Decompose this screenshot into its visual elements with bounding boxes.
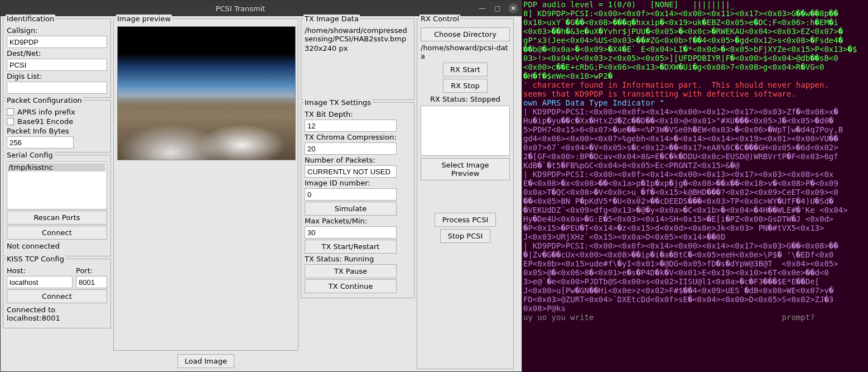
stop-pcsi-button[interactable]: Stop PCSI [440,229,490,243]
serial-status: Not connected [7,242,107,250]
tx-settings-legend: Image TX Settings [303,98,372,107]
base91-label: Base91 Encode [17,117,73,126]
rx-status: RX Status: Stopped [421,95,510,103]
packet-config-legend: Packet Configuration [6,96,83,104]
image-preview-legend: Image preview [116,15,172,23]
image-preview-group: Image preview [113,18,298,351]
imageid-label: Image ID number: [305,179,411,187]
serial-config-group: Serial Config /tmp/kisstnc Rescan Ports … [3,155,111,256]
kiss-config-legend: KISS TCP Config [6,255,65,263]
titlebar: PCSI Transmit — ▢ ✕ [1,1,522,16]
rescan-ports-button[interactable]: Rescan Ports [7,211,107,225]
serial-port-listbox[interactable]: /tmp/kisstnc [7,161,107,209]
rx-stop-button[interactable]: RX Stop [443,79,488,93]
bitdepth-label: TX Bit Depth: [305,110,411,118]
rx-directory: /home/showard/pcsi-data [421,44,510,60]
pcsi-transmit-window: PCSI Transmit — ▢ ✕ Identification Calls… [0,0,522,372]
dest-label: Dest/Net: [7,49,107,58]
base91-checkbox[interactable] [7,118,14,125]
image-preview [117,26,296,160]
rx-start-button[interactable]: RX Start [443,63,488,77]
npackets-label: Number of Packets: [305,156,411,164]
callsign-label: Callsign: [7,26,107,35]
tx-start-button[interactable]: TX Start/Restart [305,240,397,254]
tx-status: TX Status: Running [305,255,411,263]
serial-connect-button[interactable]: Connect [7,226,107,240]
identification-group: Identification Callsign: Dest/Net: Digis… [3,18,111,98]
digis-input[interactable] [7,82,107,94]
choose-directory-button[interactable]: Choose Directory [421,27,510,41]
client-area: Identification Callsign: Dest/Net: Digis… [1,16,522,371]
kiss-host-label: Host: [7,266,73,275]
simulate-button[interactable]: Simulate [305,202,397,216]
tx-image-path: /home/showard/compressedsensing/PCSI/HAB… [305,26,411,43]
tx-image-data-group: TX Image Data /home/showard/compressedse… [301,18,414,100]
maximize-icon[interactable]: ▢ [493,3,503,13]
tx-image-dims: 320x240 px [305,44,411,53]
terminal-output: PDP audio level = 1(0/0) [NONE] ||||||||… [522,0,868,372]
serial-config-legend: Serial Config [6,151,54,159]
window-title: PCSI Transmit [4,4,477,13]
bitdepth-input[interactable] [305,120,397,132]
rx-control-legend: RX Control [419,15,460,23]
packet-config-group: Packet Configuration APRS info prefix Ba… [3,100,111,152]
tx-image-data-legend: TX Image Data [303,15,360,23]
identification-legend: Identification [6,15,55,23]
kiss-port-label: Port: [76,266,107,275]
process-pcsi-button[interactable]: Process PCSI [435,213,496,227]
chroma-input[interactable] [305,142,397,155]
info-bytes-label: Packet Info Bytes [7,127,107,135]
callsign-input[interactable] [7,36,107,48]
dest-input[interactable] [7,59,107,71]
minimize-icon[interactable]: — [477,3,487,13]
aprs-prefix-checkbox[interactable] [7,108,14,116]
kiss-connect-button[interactable]: Connect [7,289,107,303]
select-image-preview-button[interactable]: Select Image Preview [421,158,510,180]
serial-port-item[interactable]: /tmp/kisstnc [8,163,105,171]
rx-preview-area [421,106,510,156]
kiss-config-group: KISS TCP Config Host: Port: Connect Con [3,259,111,328]
kiss-status: Connected to localhost:8001 [7,306,107,322]
imageid-input[interactable] [305,188,397,201]
load-image-button[interactable]: Load Image [177,354,234,368]
tx-pause-button[interactable]: TX Pause [305,264,397,278]
info-bytes-input[interactable] [7,136,74,149]
maxpkts-label: Max Packets/Min: [305,217,411,225]
tx-continue-button[interactable]: TX Continue [305,279,397,293]
tx-settings-group: Image TX Settings TX Bit Depth: TX Chrom… [301,102,414,298]
kiss-port-input[interactable] [76,276,107,288]
rx-control-group: RX Control Choose Directory /home/showar… [417,18,514,369]
digis-label: Digis List: [7,72,107,80]
aprs-prefix-label: APRS info prefix [17,108,75,116]
close-icon[interactable]: ✕ [508,3,518,13]
maxpkts-input[interactable] [305,226,397,239]
npackets-input[interactable] [305,165,397,178]
kiss-host-input[interactable] [7,276,73,288]
chroma-label: TX Chroma Compression: [305,133,411,141]
